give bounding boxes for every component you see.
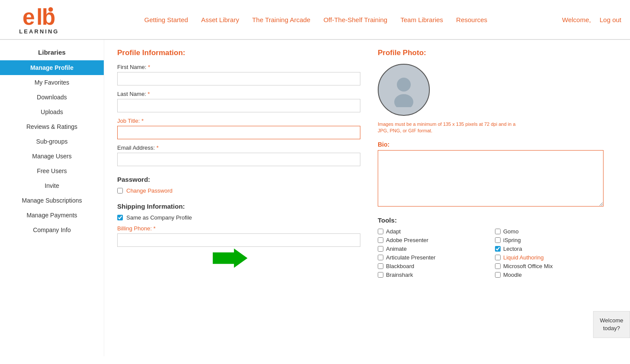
- sidebar-item-uploads[interactable]: Uploads: [0, 105, 104, 119]
- tool-lectora-checkbox[interactable]: [495, 246, 501, 252]
- tool-animate-label: Animate: [386, 246, 407, 252]
- change-password-checkbox[interactable]: [117, 188, 123, 193]
- password-section: Password: Change Password: [117, 176, 360, 194]
- sidebar-item-free-users[interactable]: Free Users: [0, 164, 104, 178]
- tool-gomo-checkbox[interactable]: [495, 229, 501, 234]
- tool-adobe-presenter-checkbox[interactable]: [378, 237, 383, 243]
- header-right: Welcome, Log out: [562, 16, 621, 23]
- last-name-label: Last Name: *: [117, 91, 360, 97]
- logo-icon: e l b: [22, 4, 56, 30]
- tool-ispring-label: iSpring: [503, 237, 521, 243]
- last-name-input[interactable]: [117, 99, 360, 112]
- email-input[interactable]: [117, 153, 360, 166]
- nav-getting-started[interactable]: Getting Started: [144, 16, 188, 23]
- bio-textarea[interactable]: [378, 150, 604, 207]
- tool-lectora: Lectora: [495, 246, 604, 252]
- nav-ots-training[interactable]: Off-The-Shelf Training: [323, 16, 387, 23]
- tools-grid: Adapt Gomo Adobe Presenter iSpring: [378, 228, 604, 278]
- shipping-section: Shipping Information: Same as Company Pr…: [117, 203, 360, 252]
- change-password-row: Change Password: [117, 187, 360, 194]
- tool-adobe-presenter: Adobe Presenter: [378, 237, 486, 243]
- sidebar-item-downloads[interactable]: Downloads: [0, 90, 104, 105]
- sidebar-item-manage-subscriptions[interactable]: Manage Subscriptions: [0, 193, 104, 208]
- tool-articulate-presenter-checkbox[interactable]: [378, 255, 383, 260]
- logo-area: e l b LEARNING: [9, 4, 69, 35]
- content-area: Profile Information: First Name: * Last …: [104, 40, 630, 356]
- tool-moodle-checkbox[interactable]: [495, 272, 501, 278]
- tool-articulate-presenter-label: Articulate Presenter: [386, 254, 435, 261]
- password-title: Password:: [117, 176, 360, 183]
- sidebar: Libraries Manage Profile My Favorites Do…: [0, 40, 104, 356]
- tool-brainshark-checkbox[interactable]: [378, 272, 383, 278]
- content-inner: Profile Information: First Name: * Last …: [117, 49, 617, 278]
- tool-adapt-label: Adapt: [386, 228, 401, 235]
- tool-gomo-label: Gomo: [503, 228, 518, 235]
- main-nav: Getting Started Asset Library The Traini…: [69, 16, 562, 23]
- job-title-input[interactable]: [117, 126, 360, 139]
- nav-asset-library[interactable]: Asset Library: [201, 16, 239, 23]
- first-name-input[interactable]: [117, 72, 360, 85]
- job-title-label: Job Title: *: [117, 118, 360, 124]
- tool-blackboard-label: Blackboard: [386, 263, 414, 269]
- tool-moodle-label: Moodle: [503, 272, 522, 278]
- right-panel: Profile Photo: Images must be a minimum …: [378, 49, 604, 278]
- tool-gomo: Gomo: [495, 228, 604, 235]
- sidebar-item-manage-users[interactable]: Manage Users: [0, 149, 104, 164]
- main-layout: Libraries Manage Profile My Favorites Do…: [0, 40, 630, 356]
- sidebar-item-company-info[interactable]: Company Info: [0, 223, 104, 237]
- nav-training-arcade[interactable]: The Training Arcade: [252, 16, 310, 23]
- tool-brainshark-label: Brainshark: [386, 272, 413, 278]
- nav-resources[interactable]: Resources: [456, 16, 488, 23]
- logo-learning-text: LEARNING: [19, 28, 59, 35]
- tool-ispring: iSpring: [495, 237, 604, 243]
- tool-ms-office-mix: Microsoft Office Mix: [495, 263, 604, 269]
- photo-hint: Images must be a minimum of 135 x 135 pi…: [378, 121, 517, 134]
- tool-adapt: Adapt: [378, 228, 486, 235]
- tool-ms-office-mix-label: Microsoft Office Mix: [503, 263, 553, 269]
- tool-blackboard: Blackboard: [378, 263, 486, 269]
- email-label: Email Address: *: [117, 144, 360, 151]
- same-as-company-row: Same as Company Profile: [117, 214, 360, 221]
- tool-liquid-authoring: Liquid Authoring: [495, 254, 604, 261]
- sidebar-item-invite[interactable]: Invite: [0, 178, 104, 193]
- billing-phone-label: Billing Phone: *: [117, 225, 360, 232]
- sidebar-item-manage-profile[interactable]: Manage Profile: [0, 60, 104, 75]
- bio-title: Bio:: [378, 141, 604, 148]
- tool-moodle: Moodle: [495, 272, 604, 278]
- tool-adobe-presenter-label: Adobe Presenter: [386, 237, 429, 243]
- same-as-company-checkbox[interactable]: [117, 215, 123, 220]
- header: e l b LEARNING Getting Started Asset Lib…: [0, 0, 630, 40]
- profile-photo-title: Profile Photo:: [378, 49, 604, 57]
- sidebar-item-my-favorites[interactable]: My Favorites: [0, 75, 104, 90]
- welcome-widget-text: Welcome today?: [600, 317, 623, 331]
- tool-blackboard-checkbox[interactable]: [378, 263, 383, 269]
- logout-link[interactable]: Log out: [600, 16, 621, 23]
- billing-phone-input[interactable]: [117, 233, 360, 247]
- welcome-text: Welcome,: [562, 16, 591, 23]
- tool-liquid-authoring-label: Liquid Authoring: [503, 254, 544, 261]
- svg-text:b: b: [42, 4, 56, 30]
- same-as-company-label: Same as Company Profile: [126, 214, 192, 221]
- tool-ispring-checkbox[interactable]: [495, 237, 501, 243]
- svg-point-3: [48, 7, 53, 12]
- tool-articulate-presenter: Articulate Presenter: [378, 254, 486, 261]
- nav-team-libraries[interactable]: Team Libraries: [400, 16, 443, 23]
- tool-animate: Animate: [378, 246, 486, 252]
- tools-title: Tools:: [378, 216, 604, 224]
- sidebar-item-reviews-ratings[interactable]: Reviews & Ratings: [0, 119, 104, 134]
- tool-liquid-authoring-checkbox[interactable]: [495, 255, 501, 260]
- sidebar-item-manage-payments[interactable]: Manage Payments: [0, 208, 104, 223]
- svg-point-6: [394, 94, 413, 107]
- tool-adapt-checkbox[interactable]: [378, 229, 383, 234]
- tool-ms-office-mix-checkbox[interactable]: [495, 263, 501, 269]
- profile-avatar: [378, 64, 430, 116]
- svg-text:e: e: [23, 4, 35, 30]
- tool-animate-checkbox[interactable]: [378, 246, 383, 252]
- profile-info-title: Profile Information:: [117, 49, 360, 57]
- welcome-widget: Welcome today?: [593, 311, 630, 338]
- tool-brainshark: Brainshark: [378, 272, 486, 278]
- first-name-label: First Name: *: [117, 64, 360, 70]
- change-password-label: Change Password: [126, 187, 172, 194]
- left-panel: Profile Information: First Name: * Last …: [117, 49, 360, 278]
- sidebar-item-sub-groups[interactable]: Sub-groups: [0, 134, 104, 149]
